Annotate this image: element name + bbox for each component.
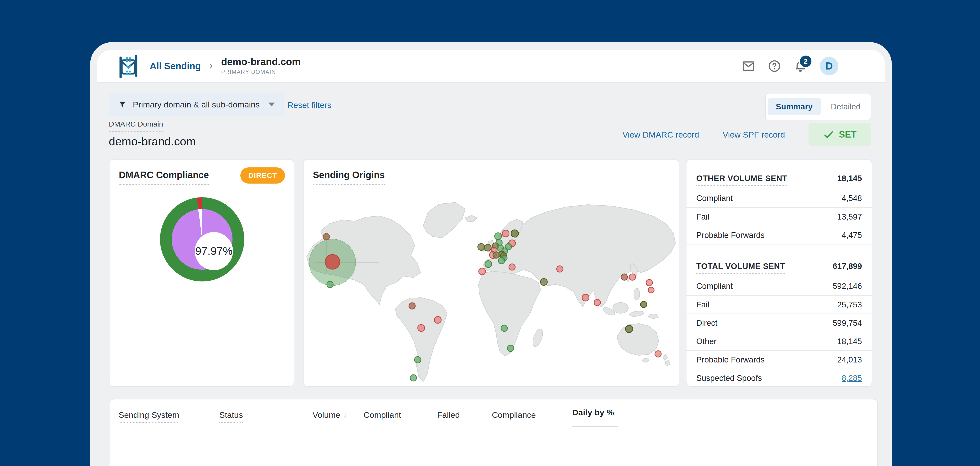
mail-icon[interactable]	[742, 59, 755, 73]
suspected-spoofs-link[interactable]: 8,285	[842, 374, 862, 383]
origin-dot	[325, 255, 340, 269]
origin-dot	[502, 230, 509, 237]
notifications-bell-icon[interactable]: 2	[794, 59, 807, 73]
breadcrumb: All Sending › demo-brand.com PRIMARY DOM…	[150, 50, 301, 82]
origin-dot	[621, 274, 627, 280]
breadcrumb-all-sending-link[interactable]: All Sending	[150, 61, 201, 71]
tab-summary[interactable]: Summary	[768, 98, 821, 115]
volume-row: Fail25,753	[686, 295, 872, 314]
total-volume-rows: Compliant592,146Fail25,753Direct599,754O…	[686, 277, 872, 387]
origin-dot	[327, 281, 333, 288]
chevron-down-icon	[269, 103, 275, 106]
breadcrumb-domain-name: demo-brand.com	[221, 57, 301, 67]
volume-row: Probable Forwards24,013	[686, 350, 872, 369]
domain-filter-dropdown[interactable]: Primary domain & all sub-domains	[109, 92, 284, 116]
sort-descending-icon: ↓	[343, 411, 347, 420]
origin-dot	[484, 244, 491, 251]
volume-row-value: 18,145	[837, 337, 862, 346]
origin-dot	[415, 357, 421, 363]
header-actions: 2 D	[742, 50, 838, 82]
dmarc-set-button[interactable]: SET	[808, 123, 871, 146]
volume-row-value: 24,013	[837, 355, 862, 365]
volume-row-label: Direct	[696, 319, 833, 328]
volume-summary-card: OTHER VOLUME SENT 18,145 Compliant4,548F…	[686, 159, 872, 387]
compliance-card-title: DMARC Compliance	[119, 170, 209, 185]
compliance-donut-inner-ring: 97.97%	[172, 209, 232, 270]
checkmark-icon	[823, 129, 834, 140]
origin-dot	[323, 233, 329, 240]
origin-dot	[625, 325, 633, 333]
reset-filters-link[interactable]: Reset filters	[287, 100, 331, 110]
origin-dot	[557, 266, 563, 272]
volume-row-value: 592,146	[833, 281, 862, 291]
volume-row: Fail13,597	[686, 207, 872, 226]
origin-dot	[582, 294, 589, 301]
column-compliant[interactable]: Compliant	[357, 410, 401, 420]
page-title-domain: demo-brand.com	[109, 135, 196, 148]
volume-row: Suspected Spoofs8,285	[686, 369, 872, 387]
dmarc-compliance-card: DMARC Compliance DIRECT 97.97% DIRECT VO…	[109, 159, 294, 387]
volume-row-value: 4,475	[842, 231, 862, 240]
origin-dot	[508, 345, 514, 352]
breadcrumb-domain-type: PRIMARY DOMAIN	[221, 69, 301, 75]
avatar[interactable]: D	[820, 57, 838, 75]
origin-dot	[498, 257, 505, 264]
domain-actions: View DMARC record View SPF record SET	[622, 123, 871, 146]
volume-row: Compliant592,146	[686, 277, 872, 295]
view-mode-toggle: Summary Detailed	[765, 93, 871, 120]
origin-dot	[629, 274, 636, 280]
sending-origins-card: Sending Origins	[303, 159, 679, 387]
table-header: Sending System Status Volume ↓ Compliant…	[110, 399, 877, 429]
origin-dot	[479, 268, 485, 275]
volume-row-value: 4,548	[842, 193, 862, 203]
column-status[interactable]: Status	[219, 410, 243, 420]
dmarc-domain-label: DMARC Domain	[109, 120, 163, 132]
section-divider	[686, 244, 872, 256]
column-sending-system[interactable]: Sending System	[119, 410, 179, 420]
dmarcian-logo[interactable]	[116, 54, 141, 79]
volume-row-value: 599,754	[833, 319, 862, 328]
notification-count-badge: 2	[799, 55, 813, 68]
origins-card-title: Sending Origins	[313, 170, 385, 185]
help-icon[interactable]	[768, 59, 781, 73]
origin-dot	[493, 252, 499, 258]
app-header: All Sending › demo-brand.com PRIMARY DOM…	[97, 50, 885, 83]
origin-dot	[478, 244, 485, 250]
column-failed[interactable]: Failed	[431, 410, 460, 420]
origin-dot	[594, 299, 600, 306]
volume-row-label: Fail	[696, 300, 837, 309]
volume-row: Compliant4,548	[686, 189, 872, 207]
app-window: All Sending › demo-brand.com PRIMARY DOM…	[90, 42, 892, 466]
breadcrumb-domain: demo-brand.com PRIMARY DOMAIN	[221, 57, 301, 75]
origin-dot	[409, 303, 415, 309]
column-volume-sort[interactable]: Volume ↓	[296, 410, 347, 420]
volume-row-value: 25,753	[837, 300, 862, 309]
view-dmarc-record-link[interactable]: View DMARC record	[622, 130, 699, 139]
tab-detailed[interactable]: Detailed	[822, 98, 869, 115]
compliance-donut-chart: 97.97%	[160, 197, 244, 281]
origin-dot	[434, 317, 441, 323]
total-volume-header-row: TOTAL VOLUME SENT 617,899	[686, 256, 872, 277]
column-daily-by-pct[interactable]: Daily by %	[572, 408, 614, 417]
filter-funnel-icon	[118, 100, 126, 109]
view-spf-record-link[interactable]: View SPF record	[723, 130, 785, 139]
volume-row-label: Fail	[696, 212, 837, 222]
direct-badge: DIRECT	[240, 167, 285, 184]
volume-row-label: Compliant	[696, 281, 833, 291]
origin-dot	[640, 301, 647, 307]
column-compliance[interactable]: Compliance	[487, 410, 536, 420]
origin-dot	[410, 375, 417, 381]
volume-row: Other18,145	[686, 332, 872, 350]
origin-dot	[655, 351, 661, 357]
daily-column-underline	[572, 426, 618, 427]
volume-row-label: Probable Forwards	[696, 355, 837, 365]
origin-dot	[648, 287, 654, 293]
origin-dot	[541, 279, 547, 285]
origin-dot	[495, 233, 501, 239]
other-volume-header-row: OTHER VOLUME SENT 18,145	[686, 168, 872, 189]
volume-row: Probable Forwards4,475	[686, 226, 872, 244]
chevron-right-icon: ›	[209, 59, 213, 71]
volume-row-label: Other	[696, 337, 837, 346]
world-map	[305, 189, 677, 385]
origin-dot	[509, 264, 515, 270]
